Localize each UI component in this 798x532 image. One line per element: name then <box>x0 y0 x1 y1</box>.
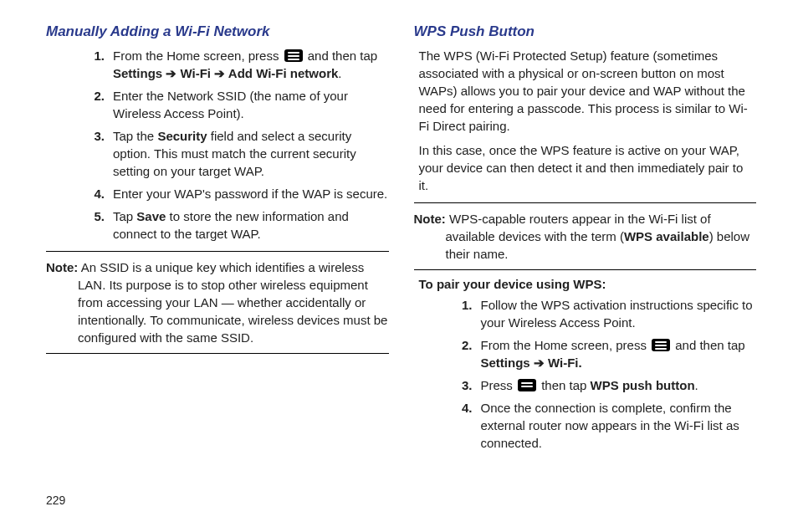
step-text: From the Home screen, press and then tap… <box>481 336 757 371</box>
list-item: 2. Enter the Network SSID (the name of y… <box>83 87 389 122</box>
list-item: 3. Tap the Security field and select a s… <box>83 127 389 180</box>
list-item: 4. Enter your WAP's password if the WAP … <box>83 185 389 202</box>
step-text: Enter the Network SSID (the name of your… <box>113 87 389 122</box>
section-title-wps: WPS Push Button <box>414 23 757 40</box>
step-number: 2. <box>451 336 481 371</box>
wps-steps-list: 1. Follow the WPS activation instruction… <box>414 296 757 452</box>
wps-description-2: In this case, once the WPS feature is ac… <box>414 141 757 194</box>
wps-lead: To pair your device using WPS: <box>414 277 757 291</box>
step-text: Tap Save to store the new information an… <box>113 207 389 243</box>
step-number: 3. <box>83 127 113 180</box>
menu-icon <box>518 379 536 391</box>
step-text: Tap the Security field and select a secu… <box>113 127 389 180</box>
step-text: Once the connection is complete, confirm… <box>481 399 757 452</box>
document-page: Manually Adding a Wi-Fi Network 1. From … <box>0 0 798 473</box>
step-text: Follow the WPS activation instructions s… <box>481 296 757 331</box>
note-ssid: Note: An SSID is a unique key which iden… <box>46 251 389 354</box>
step-text: Press then tap WPS push button. <box>481 376 757 394</box>
note-wps: Note: WPS-capable routers appear in the … <box>414 202 757 270</box>
list-item: 5. Tap Save to store the new information… <box>83 207 389 243</box>
menu-icon <box>284 49 303 62</box>
note-label: Note: <box>414 212 446 226</box>
list-item: 4. Once the connection is complete, conf… <box>451 399 757 452</box>
right-column: WPS Push Button The WPS (Wi-Fi Protected… <box>414 23 757 457</box>
menu-icon <box>652 339 670 351</box>
manual-steps-list: 1. From the Home screen, press and then … <box>46 47 389 243</box>
step-number: 5. <box>83 207 113 243</box>
section-title-manual-wifi: Manually Adding a Wi-Fi Network <box>46 23 389 40</box>
list-item: 1. Follow the WPS activation instruction… <box>451 296 757 331</box>
step-number: 4. <box>451 399 481 452</box>
list-item: 3. Press then tap WPS push button. <box>451 376 757 394</box>
note-label: Note: <box>46 260 78 274</box>
step-number: 2. <box>83 87 113 122</box>
wps-description-1: The WPS (Wi-Fi Protected Setup) feature … <box>414 47 757 135</box>
note-text: Note: WPS-capable routers appear in the … <box>414 210 757 263</box>
page-number: 229 <box>46 494 65 507</box>
step-text: Enter your WAP's password if the WAP is … <box>113 185 389 202</box>
list-item: 2. From the Home screen, press and then … <box>451 336 757 371</box>
note-text: Note: An SSID is a unique key which iden… <box>46 258 389 346</box>
step-text: From the Home screen, press and then tap… <box>113 47 389 82</box>
step-number: 1. <box>451 296 481 331</box>
step-number: 1. <box>83 47 113 82</box>
step-number: 4. <box>83 185 113 202</box>
step-number: 3. <box>451 376 481 394</box>
list-item: 1. From the Home screen, press and then … <box>83 47 389 82</box>
left-column: Manually Adding a Wi-Fi Network 1. From … <box>46 23 389 457</box>
